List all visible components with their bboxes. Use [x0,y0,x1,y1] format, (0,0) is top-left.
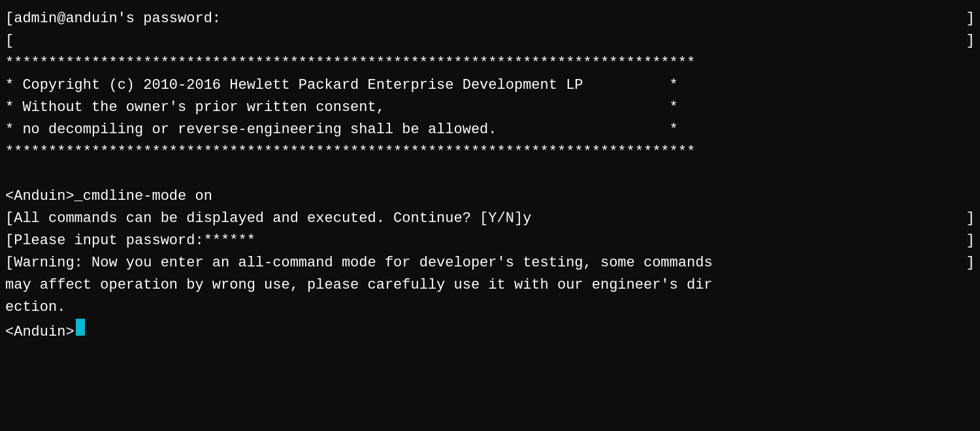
line-content: * Copyright (c) 2010-2016 Hewlett Packar… [5,74,678,97]
bracket-right: ] [966,230,975,252]
line-content: may affect operation by wrong use, pleas… [5,274,713,296]
terminal-line: [admin@anduin's password:] [5,8,975,30]
terminal-prompt-line: <Anduin> [5,319,975,343]
bracket-left: [ [5,252,14,274]
terminal-line: * Without the owner's prior written cons… [5,97,975,119]
terminal-line: * Copyright (c) 2010-2016 Hewlett Packar… [5,74,975,97]
terminal-line: [Please input password:******] [5,230,975,252]
line-content: ****************************************… [5,141,695,163]
line-content: Warning: Now you enter an all-command mo… [14,252,966,274]
terminal-line: [Warning: Now you enter an all-command m… [5,252,975,274]
line-content: <Anduin>_cmdline-mode on [5,185,212,208]
line-content: ection. [5,296,65,319]
line-content: admin@anduin's password: [14,8,966,30]
line-content: * Without the owner's prior written cons… [5,97,678,119]
terminal-line: ****************************************… [5,52,975,74]
bracket-left: [ [5,30,14,52]
empty-line [5,163,975,185]
prompt-text: <Anduin> [5,321,74,343]
bracket-left: [ [5,8,14,30]
line-content: * no decompiling or reverse-engineering … [5,119,678,141]
terminal-cursor [76,319,85,336]
bracket-right: ] [966,8,975,30]
terminal-line: may affect operation by wrong use, pleas… [5,274,975,296]
terminal-line: <Anduin>_cmdline-mode on [5,185,975,208]
bracket-left: [ [5,208,14,230]
terminal-window[interactable]: [admin@anduin's password:][]************… [0,5,980,426]
line-content: Please input password:****** [14,230,966,252]
terminal-line: ****************************************… [5,141,975,163]
bracket-left: [ [5,230,14,252]
line-content [14,30,966,52]
terminal-line: [All commands can be displayed and execu… [5,208,975,230]
bracket-right: ] [966,252,975,274]
terminal-line: ection. [5,296,975,319]
line-content: ****************************************… [5,52,695,74]
terminal-line: * no decompiling or reverse-engineering … [5,119,975,141]
bracket-right: ] [966,208,975,230]
line-content: All commands can be displayed and execut… [14,208,966,230]
bracket-right: ] [966,30,975,52]
terminal-line: [] [5,30,975,52]
